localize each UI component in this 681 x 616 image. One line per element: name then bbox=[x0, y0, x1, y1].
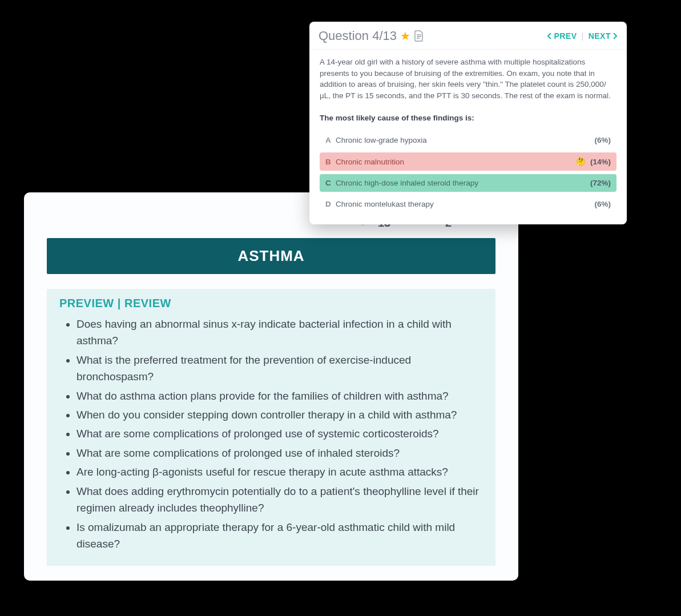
question-stem-text: A 14-year old girl with a history of sev… bbox=[320, 58, 611, 100]
list-item: When do you consider stepping down contr… bbox=[76, 406, 483, 423]
list-item: What is the preferred treatment for the … bbox=[76, 352, 483, 385]
answer-text: Chronic malnutrition bbox=[336, 158, 404, 166]
question-body: A 14-year old girl with a history of sev… bbox=[309, 49, 627, 224]
thinking-face-icon: 🤔 bbox=[576, 157, 586, 166]
prev-button[interactable]: PREV bbox=[547, 31, 577, 41]
article-card: Q&A 13 Flashcards 2 ASTHMA PREVIEW | REV… bbox=[24, 192, 518, 581]
list-item: Is omalizumab an appropriate therapy for… bbox=[76, 519, 483, 553]
chevron-right-icon bbox=[612, 33, 618, 39]
nav-label: NEXT bbox=[589, 31, 611, 41]
answer-percent: (72%) bbox=[590, 179, 611, 187]
answer-letter: D bbox=[325, 200, 336, 208]
preview-list: Does having an abnormal sinus x-ray indi… bbox=[59, 316, 483, 553]
answer-choice[interactable]: B Chronic malnutrition 🤔 (14%) bbox=[320, 152, 616, 171]
list-item: What does adding erythromycin potentiall… bbox=[76, 483, 483, 517]
list-item: What are some complications of prolonged… bbox=[76, 445, 483, 461]
answer-percent: (14%) bbox=[590, 158, 611, 166]
answer-letter: C bbox=[325, 179, 336, 187]
article-title: ASTHMA bbox=[47, 238, 495, 274]
question-number: Question 4/13 bbox=[319, 29, 397, 43]
nav-separator: | bbox=[582, 31, 584, 41]
overview-heading: OVERVIEW bbox=[47, 578, 123, 581]
answer-choice[interactable]: D Chronic montelukast therapy (6%) bbox=[320, 195, 616, 213]
star-icon[interactable]: ★ bbox=[400, 29, 410, 43]
next-button[interactable]: NEXT bbox=[589, 31, 618, 41]
preview-heading: PREVIEW | REVIEW bbox=[59, 297, 483, 310]
list-item: What are some complications of prolonged… bbox=[76, 425, 483, 442]
answer-list: A Chronic low-grade hypoxia (6%) B Chron… bbox=[320, 131, 616, 213]
answer-letter: A bbox=[325, 136, 336, 144]
list-item: Are long-acting β-agonists useful for re… bbox=[76, 464, 483, 480]
list-item: Does having an abnormal sinus x-ray indi… bbox=[76, 316, 483, 349]
question-prompt: The most likely cause of these findings … bbox=[320, 114, 474, 122]
question-nav: PREV | NEXT bbox=[547, 31, 618, 41]
answer-percent: (6%) bbox=[594, 136, 611, 144]
question-header: Question 4/13 ★ PREV | NEXT bbox=[309, 22, 627, 49]
answer-percent: (6%) bbox=[594, 200, 611, 208]
preview-panel: PREVIEW | REVIEW Does having an abnormal… bbox=[47, 289, 495, 566]
answer-text: Chronic low-grade hypoxia bbox=[336, 136, 427, 144]
nav-label: PREV bbox=[554, 31, 577, 41]
note-icon[interactable] bbox=[414, 30, 424, 42]
overview-header: OVERVIEW 1 1 bbox=[47, 578, 495, 581]
list-item: What do asthma action plans provide for … bbox=[76, 388, 483, 404]
answer-choice[interactable]: C Chronic high-dose inhaled steroid ther… bbox=[320, 174, 616, 192]
answer-text: Chronic high-dose inhaled steroid therap… bbox=[336, 179, 478, 187]
chevron-left-icon bbox=[547, 33, 553, 39]
question-card: Question 4/13 ★ PREV | NEXT A 14-year ol… bbox=[309, 22, 627, 224]
question-stem: A 14-year old girl with a history of sev… bbox=[320, 57, 616, 123]
answer-choice[interactable]: A Chronic low-grade hypoxia (6%) bbox=[320, 131, 616, 149]
answer-text: Chronic montelukast therapy bbox=[336, 200, 434, 208]
answer-letter: B bbox=[325, 158, 336, 166]
